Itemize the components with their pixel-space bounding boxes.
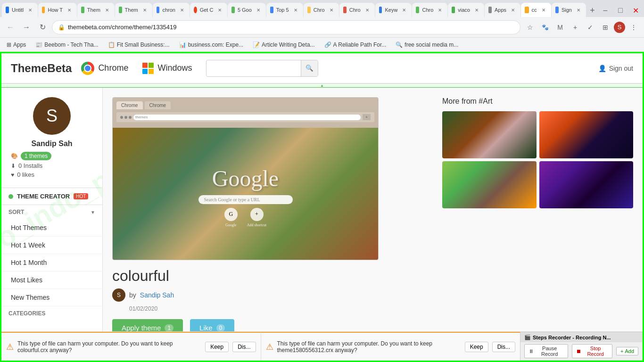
browser-toolbar: ← → ↻ 🔒 themebeta.com/chrome/theme/13354… (0, 17, 644, 38)
pause-record-button[interactable]: ⏸ Pause Record (524, 344, 568, 358)
tab-close[interactable]: ✕ (473, 6, 480, 14)
stop-icon: ⏹ (576, 348, 581, 354)
sidebar-item-hot-themes[interactable]: Hot Themes (1, 219, 102, 237)
thumbnail-3[interactable] (442, 161, 537, 208)
minimize-button[interactable]: – (599, 4, 612, 17)
categories-section: CATEGORIES (1, 306, 102, 321)
tab-close[interactable]: ✕ (26, 6, 34, 14)
preview-shortcut-1: G Google (224, 208, 238, 227)
tab-sign[interactable]: Sign ✕ (552, 3, 586, 17)
creator-label: THEME CREATOR (17, 193, 70, 200)
tab-close[interactable]: ✕ (103, 6, 111, 14)
maximize-button[interactable]: □ (614, 4, 627, 17)
tab-cc-active[interactable]: cc ✕ (521, 3, 551, 17)
nav-chrome[interactable]: Chrome (81, 62, 128, 75)
tab-close[interactable]: ✕ (575, 6, 582, 14)
likes-stat: ♥ 0 likes (11, 171, 93, 178)
sign-out-button[interactable]: 👤 Sign out (598, 65, 633, 72)
address-bar[interactable]: 🔒 themebeta.com/chrome/theme/1335419 (52, 20, 520, 34)
bookmark-beebom[interactable]: 📰 Beebom - Tech Tha... (33, 41, 101, 49)
dismiss-button-1[interactable]: Dis... (232, 342, 256, 352)
tab-close[interactable]: ✕ (509, 6, 517, 14)
tab-label: 5 Goo (238, 7, 252, 13)
thumbnail-2[interactable] (539, 111, 634, 158)
search-button[interactable]: 🔍 (301, 60, 318, 77)
tab-chro3[interactable]: Chro ✕ (412, 3, 447, 17)
sidebar-item-hot-week[interactable]: Hot 1 Week (1, 237, 102, 254)
tab-keyw[interactable]: Keyw ✕ (375, 3, 412, 17)
bookmark-icon[interactable]: ☆ (523, 21, 537, 34)
warning-icon-2: ⚠ (266, 342, 273, 352)
gmail-icon[interactable]: M (553, 21, 567, 34)
add-comment-button[interactable]: + Add (616, 347, 638, 355)
close-browser-button[interactable]: ✕ (629, 4, 642, 17)
plus-icon[interactable]: + (569, 21, 582, 34)
theme-actions: Apply theme 1 Like 0 (112, 319, 433, 331)
tab-chro2[interactable]: Chro ✕ (339, 3, 375, 17)
tab-them1[interactable]: Them ✕ (77, 3, 115, 17)
dismiss-button-2[interactable]: Dis... (492, 342, 515, 352)
reload-button[interactable]: ↻ (36, 21, 49, 34)
keep-button-2[interactable]: Keep (465, 342, 488, 352)
tab-close[interactable]: ✕ (216, 6, 223, 14)
tab-5goo[interactable]: 5 Goo ✕ (228, 3, 265, 17)
tab-close[interactable]: ✕ (540, 6, 547, 14)
tab-them2[interactable]: Them ✕ (115, 3, 152, 17)
like-button[interactable]: Like 0 (190, 319, 234, 331)
tab-close[interactable]: ✕ (255, 6, 262, 14)
tab-close[interactable]: ✕ (292, 6, 299, 14)
sidebar-item-new-themes[interactable]: New Themes (1, 289, 102, 306)
bookmark-apps[interactable]: ⊞ Apps (4, 41, 29, 49)
tab-how[interactable]: How T ✕ (38, 3, 77, 17)
stop-record-button[interactable]: ⏹ Stop Record (572, 344, 612, 358)
tab-close[interactable]: ✕ (400, 6, 408, 14)
apply-theme-button[interactable]: Apply theme 1 (112, 319, 183, 331)
menu-button[interactable]: ⋮ (627, 21, 640, 34)
tab-close[interactable]: ✕ (363, 6, 371, 14)
tab-close[interactable]: ✕ (328, 6, 335, 14)
new-tab-button[interactable]: + (586, 4, 598, 17)
theme-title: colourful (112, 267, 433, 285)
creator-dot-icon (8, 194, 13, 199)
tab-close[interactable]: ✕ (66, 6, 73, 14)
tab-close[interactable]: ✕ (436, 6, 444, 14)
lock-icon: 🔒 (58, 24, 65, 31)
grid-icon[interactable]: ⊞ (599, 21, 612, 34)
bookmark-reliable[interactable]: 🔗 A Reliable Path For... (322, 41, 389, 49)
bookmark-article[interactable]: 📝 Article Writing Deta... (250, 41, 317, 49)
keep-button-1[interactable]: Keep (205, 342, 229, 352)
main-layout: eco_indo_pro S Sandip Sah 🎨 1 themes ⬇ (1, 88, 643, 331)
search-input[interactable] (206, 65, 301, 72)
tab-apps[interactable]: Apps ✕ (485, 3, 520, 17)
tab-chron[interactable]: chron ✕ (153, 3, 190, 17)
tab-close[interactable]: ✕ (178, 6, 186, 14)
bookmark-business[interactable]: 📊 business.com: Expe... (176, 41, 246, 49)
author-name-link[interactable]: Sandip Sah (140, 291, 174, 299)
tab-chro1[interactable]: Chro ✕ (304, 3, 339, 17)
beebom-icon: 📰 (35, 41, 42, 48)
tab-getc[interactable]: Get C ✕ (190, 3, 227, 17)
themes-stat: 🎨 1 themes (11, 152, 93, 160)
thumbnail-1[interactable] (442, 111, 537, 158)
tab-top5[interactable]: Top 5 ✕ (266, 3, 303, 17)
tab-favicon (42, 7, 45, 13)
profile-icon[interactable]: S (614, 22, 625, 33)
thumbnail-grid (442, 111, 633, 208)
collapse-indicator[interactable]: ▲ (1, 84, 643, 88)
forward-button[interactable]: → (20, 21, 33, 34)
header-nav: Chrome Windows 🔍 (81, 60, 588, 77)
back-button[interactable]: ← (4, 21, 17, 34)
check-icon[interactable]: ✓ (584, 21, 597, 34)
bookmark-fitsmall[interactable]: 📋 Fit Small Business:... (105, 41, 173, 49)
nav-windows[interactable]: Windows (142, 63, 192, 74)
bookmark-social[interactable]: 🔍 free social media m... (393, 41, 461, 49)
tab-viaco[interactable]: viaco ✕ (448, 3, 484, 17)
tab-close[interactable]: ✕ (141, 6, 149, 14)
tab-untitl[interactable]: Untitl ✕ (2, 3, 38, 17)
installs-icon: ⬇ (11, 163, 16, 169)
sidebar-item-hot-month[interactable]: Hot 1 Month (1, 254, 102, 272)
thumbnail-4[interactable] (539, 161, 634, 208)
sort-section[interactable]: SORT ▼ (1, 205, 102, 219)
sidebar-item-most-likes[interactable]: Most Likes (1, 272, 102, 289)
extension-icon[interactable]: 🐾 (538, 21, 552, 34)
